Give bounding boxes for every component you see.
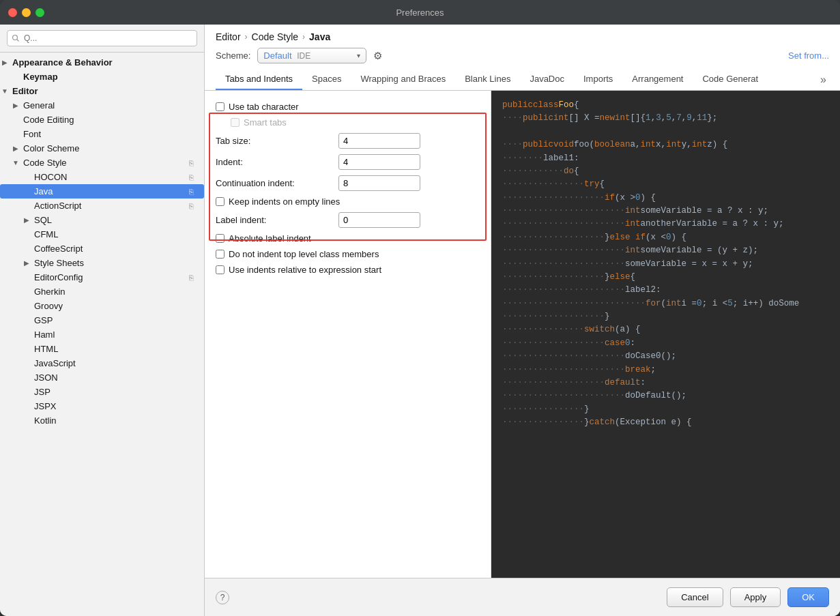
search-input[interactable] — [7, 30, 197, 46]
sidebar-item-cfml[interactable]: CFML — [0, 227, 204, 241]
scheme-select[interactable]: Default IDE ▾ — [257, 48, 366, 63]
use-tab-character-row: Use tab character — [216, 102, 480, 112]
indent-dots: ························ — [502, 205, 625, 218]
tree-arrow: ▶ — [11, 145, 20, 152]
sidebar-item-editorconfig[interactable]: EditorConfig⎘ — [0, 270, 204, 284]
minimize-button[interactable] — [22, 8, 31, 17]
indent-row: Indent: — [216, 154, 480, 170]
use-indents-relative-checkbox[interactable] — [216, 265, 225, 274]
code-token: z) { — [707, 138, 727, 151]
sidebar-item-hocon[interactable]: HOCON⎘ — [0, 170, 204, 184]
indent-dots: ························ — [502, 390, 625, 402]
sidebar-item-appearance[interactable]: ▶Appearance & Behavior — [0, 55, 204, 70]
code-token: someVariable = (y + z); — [641, 244, 759, 257]
code-token: int — [666, 297, 682, 310]
code-token: , — [651, 112, 656, 125]
tree-arrow: ▼ — [0, 87, 10, 95]
keep-indents-checkbox[interactable] — [216, 197, 225, 206]
tab-spaces[interactable]: Spaces — [302, 69, 351, 90]
code-token: 0 — [666, 231, 671, 244]
sidebar-item-label: Haml — [31, 329, 204, 340]
code-line: ················switch (a) { — [502, 323, 829, 336]
smart-tabs-checkbox[interactable] — [231, 118, 240, 127]
sidebar-item-html[interactable]: HTML — [0, 342, 204, 356]
sidebar-item-jsp[interactable]: JSP — [0, 385, 204, 399]
ok-button[interactable]: OK — [787, 587, 829, 607]
sidebar-item-label: Keymap — [20, 71, 204, 83]
code-token: { — [574, 165, 579, 178]
code-line: ················} catch (Exception e) { — [502, 416, 829, 429]
code-token: anotherVariable = a ? x : y; — [641, 218, 784, 231]
use-tab-character-checkbox[interactable] — [216, 102, 225, 111]
sidebar-tree: ▶Appearance & Behavior Keymap ▼Editor ▶G… — [0, 53, 204, 616]
help-button[interactable]: ? — [216, 591, 229, 604]
sidebar-item-javascript[interactable]: JavaScript — [0, 356, 204, 370]
tab-code-generat[interactable]: Code Generat — [693, 69, 768, 90]
sidebar-item-kotlin[interactable]: Kotlin — [0, 413, 204, 428]
tab-size-input[interactable] — [338, 133, 420, 149]
code-token: 5 — [666, 112, 671, 125]
bottom-bar: ? Cancel Apply OK — [205, 578, 840, 616]
absolute-label-indent-label: Absolute label indent — [229, 233, 311, 244]
tab-blank-lines[interactable]: Blank Lines — [455, 69, 520, 90]
sidebar-item-haml[interactable]: Haml — [0, 327, 204, 342]
cancel-button[interactable]: Cancel — [667, 587, 723, 607]
code-token: [] X = — [569, 112, 600, 125]
tabs-more-button[interactable]: » — [817, 71, 829, 89]
sidebar-item-gherkin[interactable]: Gherkin — [0, 284, 204, 299]
code-token: , — [661, 112, 667, 125]
copy-icon: ⎘ — [189, 159, 200, 167]
sidebar-item-coffeescript[interactable]: CoffeeScript — [0, 241, 204, 256]
maximize-button[interactable] — [35, 8, 44, 17]
sidebar-item-style-sheets[interactable]: ▶Style Sheets — [0, 256, 204, 270]
code-line: ····public void foo(boolean a, int x, in… — [502, 138, 829, 151]
scheme-default-text: Default — [263, 50, 291, 61]
code-token: break — [625, 364, 651, 377]
sidebar-item-gsp[interactable]: GSP — [0, 313, 204, 327]
sidebar-item-label: HTML — [31, 343, 204, 355]
indent-dots: ···························· — [502, 297, 646, 310]
sidebar-item-keymap[interactable]: Keymap — [0, 70, 204, 84]
indent-spacer — [0, 129, 11, 139]
sidebar-item-code-editing[interactable]: Code Editing — [0, 113, 204, 127]
sidebar-item-label: Kotlin — [31, 415, 204, 426]
indent-dots: ················ — [502, 178, 584, 191]
absolute-label-indent-checkbox[interactable] — [216, 234, 225, 243]
sidebar-item-editor[interactable]: ▼Editor — [0, 84, 204, 98]
sidebar-item-actionscript[interactable]: ActionScript⎘ — [0, 199, 204, 213]
copy-icon: ⎘ — [189, 188, 200, 196]
code-token: label1: — [543, 152, 579, 165]
indent-dots: ···················· — [502, 231, 605, 244]
sidebar-item-label: Editor — [10, 85, 204, 97]
set-from-link[interactable]: Set from... — [788, 50, 829, 61]
tab-javadoc[interactable]: JavaDoc — [520, 69, 574, 90]
sidebar-item-json[interactable]: JSON — [0, 370, 204, 385]
indent-dots: ················ — [502, 416, 584, 429]
sidebar-item-groovy[interactable]: Groovy — [0, 299, 204, 313]
indent-dots: ························ — [502, 244, 625, 257]
continuation-indent-label: Continuation indent: — [216, 178, 338, 188]
apply-button[interactable]: Apply — [730, 587, 781, 607]
close-button[interactable] — [8, 8, 17, 17]
sidebar-item-general[interactable]: ▶General — [0, 98, 204, 113]
label-indent-input[interactable] — [338, 212, 420, 228]
tab-imports[interactable]: Imports — [574, 69, 622, 90]
gear-icon[interactable]: ⚙ — [373, 50, 382, 62]
code-token: int — [553, 112, 569, 125]
tab-wrapping-and-braces[interactable]: Wrapping and Braces — [351, 69, 455, 90]
do-not-indent-checkbox[interactable] — [216, 250, 225, 259]
tree-arrow: ▶ — [22, 259, 31, 267]
indent-dots: ···· — [502, 112, 523, 125]
sidebar-item-color-scheme[interactable]: ▶Color Scheme — [0, 141, 204, 156]
sidebar-item-jspx[interactable]: JSPX — [0, 399, 204, 413]
sidebar-item-font[interactable]: Font — [0, 127, 204, 141]
continuation-indent-input[interactable] — [338, 175, 420, 191]
sidebar-item-java[interactable]: Java⎘ — [0, 184, 204, 199]
sidebar-item-code-style[interactable]: ▼Code Style⎘ — [0, 156, 204, 170]
sidebar-item-sql[interactable]: ▶SQL — [0, 213, 204, 227]
indent-input[interactable] — [338, 154, 420, 170]
tab-tabs-and-indents[interactable]: Tabs and Indents — [216, 69, 302, 90]
tab-arrangement[interactable]: Arrangement — [622, 69, 693, 90]
code-line: ························break; — [502, 364, 829, 377]
breadcrumb-sep-1: › — [245, 32, 248, 42]
